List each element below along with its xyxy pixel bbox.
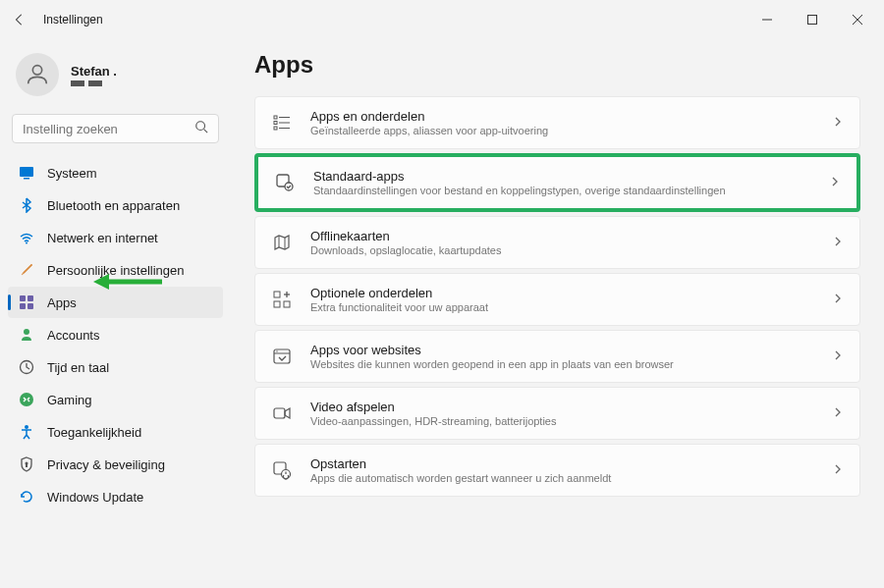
maximize-button[interactable] [790,4,835,35]
browser-icon [271,346,293,367]
svg-rect-31 [274,301,280,307]
nav-label: Privacy & beveiliging [47,457,165,472]
svg-rect-24 [274,127,277,130]
nav-label: Accounts [47,328,99,343]
sidebar-item-apps[interactable]: Apps [8,287,223,318]
display-icon [18,164,35,182]
svg-rect-20 [274,116,277,119]
sidebar-item-toegankelijkheid[interactable]: Toegankelijkheid [8,416,223,448]
close-button[interactable] [835,4,880,35]
card-desc: Extra functionaliteit voor uw apparaat [310,301,814,313]
sidebar: Stefan . Systeem Bluetooth en apparaten [0,39,231,588]
chevron-right-icon [832,114,844,132]
nav-label: Windows Update [47,490,143,505]
nav-label: Tijd en taal [47,360,109,375]
nav-list: Systeem Bluetooth en apparaten Netwerk e… [8,157,223,512]
back-button[interactable] [4,4,35,35]
chevron-right-icon [829,174,841,191]
profile-status [71,80,117,86]
card-title: Optionele onderdelen [310,286,814,300]
svg-point-5 [196,122,205,131]
svg-rect-30 [274,292,280,297]
startup-icon [271,459,293,481]
card-apps-onderdelen[interactable]: Apps en onderdelen Geïnstalleerde apps, … [254,96,860,149]
svg-point-14 [24,329,29,335]
svg-rect-32 [284,301,290,307]
card-title: Apps en onderdelen [310,109,814,124]
chevron-right-icon [832,461,844,479]
nav-label: Gaming [47,393,92,407]
chevron-right-icon [832,291,844,308]
card-title: Video afspelen [310,400,814,414]
card-title: Apps voor websites [310,343,814,357]
minimize-button[interactable] [745,4,790,35]
profile-section[interactable]: Stefan . [8,47,223,110]
card-offlinekaarten[interactable]: Offlinekaarten Downloads, opslaglocatie,… [254,216,860,269]
apps-icon [18,294,35,311]
svg-point-17 [25,425,28,429]
svg-rect-10 [20,295,26,301]
svg-rect-7 [20,167,33,177]
sidebar-item-tijd[interactable]: Tijd en taal [8,351,223,383]
chevron-right-icon [832,347,844,365]
titlebar: Instellingen [0,0,884,39]
back-arrow-icon [13,13,27,27]
sidebar-item-accounts[interactable]: Accounts [8,319,223,350]
sidebar-item-systeem[interactable]: Systeem [8,157,223,188]
gaming-icon [18,391,35,408]
card-desc: Video-aanpassingen, HDR-streaming, batte… [310,415,814,427]
svg-rect-1 [808,16,817,25]
account-icon [18,326,35,344]
sidebar-item-privacy[interactable]: Privacy & beveiliging [8,449,223,480]
sidebar-item-netwerk[interactable]: Netwerk en internet [8,222,223,253]
svg-line-6 [204,130,208,134]
minimize-icon [762,15,772,25]
svg-point-27 [285,183,293,190]
profile-name: Stefan . [71,64,117,79]
chevron-right-icon [832,234,844,251]
chevron-right-icon [832,404,844,422]
nav-label: Toegankelijkheid [47,425,141,440]
grid-plus-icon [271,289,293,310]
clock-icon [18,358,35,376]
svg-rect-13 [28,303,33,309]
search-box[interactable] [12,114,219,143]
sidebar-item-update[interactable]: Windows Update [8,481,223,512]
search-icon [194,120,208,137]
card-title: Opstarten [310,456,814,471]
sidebar-item-bluetooth[interactable]: Bluetooth en apparaten [8,189,223,221]
maximize-icon [807,15,817,25]
card-list: Apps en onderdelen Geïnstalleerde apps, … [254,96,860,497]
nav-label: Bluetooth en apparaten [47,198,180,213]
card-standaard-apps[interactable]: Standaard-apps Standaardinstellingen voo… [254,153,860,212]
svg-rect-38 [274,408,285,418]
sidebar-item-persoonlijke[interactable]: Persoonlijke instellingen [8,254,223,286]
sidebar-item-gaming[interactable]: Gaming [8,384,223,415]
brush-icon [18,261,35,279]
svg-rect-12 [20,303,26,309]
svg-rect-22 [274,122,277,125]
card-optionele[interactable]: Optionele onderdelen Extra functionalite… [254,273,860,326]
default-apps-icon [274,172,296,193]
window-controls [745,4,880,35]
person-icon [24,61,51,88]
card-desc: Geïnstalleerde apps, aliassen voor app-u… [310,125,814,136]
accessibility-icon [18,423,35,441]
card-desc: Downloads, opslaglocatie, kaartupdates [310,244,814,256]
nav-label: Persoonlijke instellingen [47,263,184,278]
svg-point-4 [32,66,41,75]
window-title: Instellingen [43,13,103,27]
nav-label: Apps [47,295,77,310]
svg-rect-19 [26,464,28,467]
map-icon [271,232,293,253]
card-websites[interactable]: Apps voor websites Websites die kunnen w… [254,330,860,383]
card-opstarten[interactable]: Opstarten Apps die automatisch worden ge… [254,444,860,497]
search-input[interactable] [23,122,194,136]
card-video[interactable]: Video afspelen Video-aanpassingen, HDR-s… [254,387,860,440]
list-icon [271,112,293,134]
update-icon [18,488,35,506]
profile-info: Stefan . [71,64,117,86]
card-desc: Websites die kunnen worden geopend in ee… [310,358,814,370]
bluetooth-icon [18,196,35,214]
avatar [16,53,59,96]
